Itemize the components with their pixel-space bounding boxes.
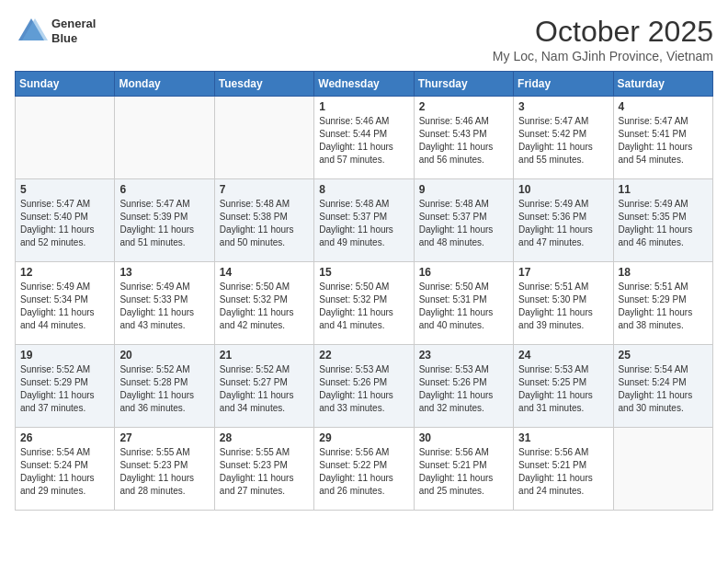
day-number: 2 xyxy=(419,100,508,113)
day-number: 26 xyxy=(20,431,109,444)
day-detail: Sunrise: 5:46 AM Sunset: 5:44 PM Dayligh… xyxy=(319,115,408,167)
day-number: 30 xyxy=(419,431,508,444)
day-detail: Sunrise: 5:54 AM Sunset: 5:24 PM Dayligh… xyxy=(619,363,708,415)
calendar-cell: 9Sunrise: 5:48 AM Sunset: 5:37 PM Daylig… xyxy=(414,179,513,262)
calendar-cell: 17Sunrise: 5:51 AM Sunset: 5:30 PM Dayli… xyxy=(514,262,613,345)
day-detail: Sunrise: 5:55 AM Sunset: 5:23 PM Dayligh… xyxy=(119,446,209,498)
calendar-cell: 26Sunrise: 5:54 AM Sunset: 5:24 PM Dayli… xyxy=(16,428,115,511)
day-number: 21 xyxy=(220,349,309,362)
day-detail: Sunrise: 5:47 AM Sunset: 5:41 PM Dayligh… xyxy=(619,115,708,167)
calendar-table: SundayMondayTuesdayWednesdayThursdayFrid… xyxy=(15,71,713,511)
calendar-week-row: 12Sunrise: 5:49 AM Sunset: 5:34 PM Dayli… xyxy=(16,262,713,345)
calendar-week-row: 19Sunrise: 5:52 AM Sunset: 5:29 PM Dayli… xyxy=(16,345,713,428)
day-detail: Sunrise: 5:49 AM Sunset: 5:36 PM Dayligh… xyxy=(518,198,608,249)
logo: General Blue xyxy=(15,15,96,48)
weekday-header: Tuesday xyxy=(214,72,313,97)
day-number: 31 xyxy=(518,431,608,444)
calendar-cell: 25Sunrise: 5:54 AM Sunset: 5:24 PM Dayli… xyxy=(613,345,712,428)
day-number: 9 xyxy=(419,183,508,196)
day-detail: Sunrise: 5:46 AM Sunset: 5:43 PM Dayligh… xyxy=(419,115,508,167)
month-title: October 2025 xyxy=(493,15,713,49)
calendar-cell: 16Sunrise: 5:50 AM Sunset: 5:31 PM Dayli… xyxy=(414,262,513,345)
day-number: 12 xyxy=(20,266,109,279)
day-number: 16 xyxy=(419,266,508,279)
calendar-cell: 15Sunrise: 5:50 AM Sunset: 5:32 PM Dayli… xyxy=(314,262,414,345)
day-number: 7 xyxy=(220,183,309,196)
day-number: 18 xyxy=(619,266,708,279)
day-detail: Sunrise: 5:53 AM Sunset: 5:25 PM Dayligh… xyxy=(518,363,608,415)
day-detail: Sunrise: 5:52 AM Sunset: 5:27 PM Dayligh… xyxy=(220,363,309,415)
day-detail: Sunrise: 5:54 AM Sunset: 5:24 PM Dayligh… xyxy=(20,446,109,498)
logo-icon xyxy=(15,15,48,48)
calendar-cell xyxy=(613,428,712,511)
calendar-cell: 28Sunrise: 5:55 AM Sunset: 5:23 PM Dayli… xyxy=(214,428,313,511)
calendar-cell: 27Sunrise: 5:55 AM Sunset: 5:23 PM Dayli… xyxy=(115,428,214,511)
calendar-week-row: 26Sunrise: 5:54 AM Sunset: 5:24 PM Dayli… xyxy=(16,428,713,511)
day-detail: Sunrise: 5:47 AM Sunset: 5:40 PM Dayligh… xyxy=(20,198,109,249)
day-number: 20 xyxy=(119,349,209,362)
day-detail: Sunrise: 5:53 AM Sunset: 5:26 PM Dayligh… xyxy=(419,363,508,415)
day-detail: Sunrise: 5:52 AM Sunset: 5:28 PM Dayligh… xyxy=(119,363,209,415)
day-number: 8 xyxy=(319,183,408,196)
day-number: 1 xyxy=(319,100,408,113)
calendar-cell xyxy=(16,97,115,179)
calendar-cell: 14Sunrise: 5:50 AM Sunset: 5:32 PM Dayli… xyxy=(214,262,313,345)
day-number: 4 xyxy=(619,100,708,113)
day-detail: Sunrise: 5:47 AM Sunset: 5:39 PM Dayligh… xyxy=(119,198,209,249)
calendar-cell: 11Sunrise: 5:49 AM Sunset: 5:35 PM Dayli… xyxy=(613,179,712,262)
day-detail: Sunrise: 5:50 AM Sunset: 5:32 PM Dayligh… xyxy=(220,281,309,332)
calendar-cell: 22Sunrise: 5:53 AM Sunset: 5:26 PM Dayli… xyxy=(314,345,414,428)
day-detail: Sunrise: 5:50 AM Sunset: 5:31 PM Dayligh… xyxy=(419,281,508,332)
calendar-cell: 24Sunrise: 5:53 AM Sunset: 5:25 PM Dayli… xyxy=(514,345,613,428)
day-number: 17 xyxy=(518,266,608,279)
weekday-header: Sunday xyxy=(16,72,115,97)
calendar-cell: 21Sunrise: 5:52 AM Sunset: 5:27 PM Dayli… xyxy=(214,345,313,428)
day-detail: Sunrise: 5:56 AM Sunset: 5:21 PM Dayligh… xyxy=(419,446,508,498)
weekday-header: Thursday xyxy=(414,72,513,97)
day-number: 23 xyxy=(419,349,508,362)
weekday-header: Wednesday xyxy=(314,72,414,97)
location: My Loc, Nam GJinh Province, Vietnam xyxy=(493,49,713,63)
calendar-cell: 29Sunrise: 5:56 AM Sunset: 5:22 PM Dayli… xyxy=(314,428,414,511)
day-detail: Sunrise: 5:49 AM Sunset: 5:34 PM Dayligh… xyxy=(20,281,109,332)
calendar-week-row: 5Sunrise: 5:47 AM Sunset: 5:40 PM Daylig… xyxy=(16,179,713,262)
weekday-header: Friday xyxy=(514,72,613,97)
day-number: 28 xyxy=(220,431,309,444)
calendar-cell xyxy=(214,97,313,179)
day-detail: Sunrise: 5:48 AM Sunset: 5:37 PM Dayligh… xyxy=(419,198,508,249)
day-number: 19 xyxy=(20,349,109,362)
calendar-cell: 19Sunrise: 5:52 AM Sunset: 5:29 PM Dayli… xyxy=(16,345,115,428)
calendar-week-row: 1Sunrise: 5:46 AM Sunset: 5:44 PM Daylig… xyxy=(16,97,713,179)
day-number: 11 xyxy=(619,183,708,196)
calendar-cell: 2Sunrise: 5:46 AM Sunset: 5:43 PM Daylig… xyxy=(414,97,513,179)
day-detail: Sunrise: 5:49 AM Sunset: 5:33 PM Dayligh… xyxy=(119,281,209,332)
weekday-header: Saturday xyxy=(613,72,712,97)
calendar-cell: 4Sunrise: 5:47 AM Sunset: 5:41 PM Daylig… xyxy=(613,97,712,179)
day-number: 27 xyxy=(119,431,209,444)
day-detail: Sunrise: 5:55 AM Sunset: 5:23 PM Dayligh… xyxy=(220,446,309,498)
day-detail: Sunrise: 5:47 AM Sunset: 5:42 PM Dayligh… xyxy=(518,115,608,167)
calendar-cell: 1Sunrise: 5:46 AM Sunset: 5:44 PM Daylig… xyxy=(314,97,414,179)
day-detail: Sunrise: 5:48 AM Sunset: 5:37 PM Dayligh… xyxy=(319,198,408,249)
calendar-cell: 3Sunrise: 5:47 AM Sunset: 5:42 PM Daylig… xyxy=(514,97,613,179)
day-detail: Sunrise: 5:50 AM Sunset: 5:32 PM Dayligh… xyxy=(319,281,408,332)
calendar-cell: 31Sunrise: 5:56 AM Sunset: 5:21 PM Dayli… xyxy=(514,428,613,511)
day-number: 6 xyxy=(119,183,209,196)
calendar-cell: 20Sunrise: 5:52 AM Sunset: 5:28 PM Dayli… xyxy=(115,345,214,428)
day-number: 25 xyxy=(619,349,708,362)
calendar-cell: 18Sunrise: 5:51 AM Sunset: 5:29 PM Dayli… xyxy=(613,262,712,345)
calendar-cell: 5Sunrise: 5:47 AM Sunset: 5:40 PM Daylig… xyxy=(16,179,115,262)
day-number: 3 xyxy=(518,100,608,113)
day-number: 5 xyxy=(20,183,109,196)
day-detail: Sunrise: 5:51 AM Sunset: 5:29 PM Dayligh… xyxy=(619,281,708,332)
weekday-header: Monday xyxy=(115,72,214,97)
title-block: October 2025 My Loc, Nam GJinh Province,… xyxy=(493,15,713,63)
page-header: General Blue October 2025 My Loc, Nam GJ… xyxy=(15,15,713,63)
calendar-cell: 6Sunrise: 5:47 AM Sunset: 5:39 PM Daylig… xyxy=(115,179,214,262)
day-number: 22 xyxy=(319,349,408,362)
day-number: 10 xyxy=(518,183,608,196)
calendar-cell: 7Sunrise: 5:48 AM Sunset: 5:38 PM Daylig… xyxy=(214,179,313,262)
calendar-cell: 10Sunrise: 5:49 AM Sunset: 5:36 PM Dayli… xyxy=(514,179,613,262)
day-detail: Sunrise: 5:53 AM Sunset: 5:26 PM Dayligh… xyxy=(319,363,408,415)
day-detail: Sunrise: 5:56 AM Sunset: 5:21 PM Dayligh… xyxy=(518,446,608,498)
